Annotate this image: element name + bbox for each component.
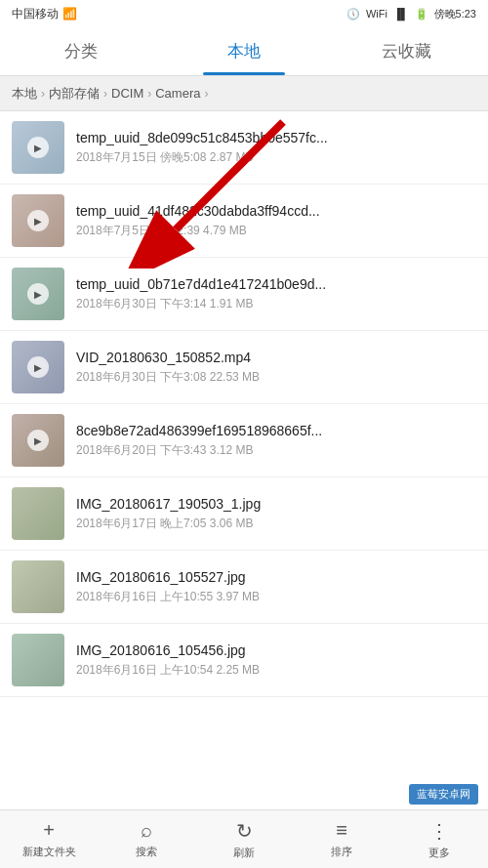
search-icon: ⌕ <box>141 819 152 842</box>
breadcrumb-sep-1: › <box>41 87 45 101</box>
file-info: VID_20180630_150852.mp42018年6月30日 下午3:08… <box>76 350 476 386</box>
file-name: VID_20180630_150852.mp4 <box>76 350 476 365</box>
refresh-label: 刷新 <box>233 846 255 860</box>
breadcrumb-dcim[interactable]: DCIM <box>111 86 143 101</box>
file-list: ▶temp_uuid_8de099c51c8453bb0e557fc...201… <box>0 111 488 809</box>
file-meta: 2018年6月16日 上午10:55 3.97 MB <box>76 589 476 605</box>
file-meta: 2018年6月20日 下午3:43 3.12 MB <box>76 442 476 459</box>
breadcrumb-sep-4: › <box>204 87 208 101</box>
file-name: IMG_20180617_190503_1.jpg <box>76 496 476 512</box>
toolbar-btn-more[interactable]: ⋮更多 <box>390 819 488 860</box>
breadcrumb-internal[interactable]: 内部存储 <box>49 85 100 103</box>
file-meta: 2018年7月5日 下午2:39 4.79 MB <box>76 223 476 239</box>
file-name: temp_uuid_8de099c51c8453bb0e557fc... <box>76 130 476 145</box>
file-name: 8ce9b8e72ad486399ef169518968665f... <box>76 423 476 438</box>
file-thumbnail: ▶ <box>12 194 64 247</box>
breadcrumb-local[interactable]: 本地 <box>12 85 37 103</box>
file-item[interactable]: ▶8ce9b8e72ad486399ef169518968665f...2018… <box>0 404 488 477</box>
file-info: 8ce9b8e72ad486399ef169518968665f...2018年… <box>76 423 476 459</box>
file-meta: 2018年6月30日 下午3:08 22.53 MB <box>76 369 476 386</box>
file-item[interactable]: ▶VID_20180630_150852.mp42018年6月30日 下午3:0… <box>0 331 488 404</box>
status-bar: 中国移动 📶 🕔 WiFi ▐▌ 🔋 傍晚5:23 <box>0 0 488 27</box>
tab-local[interactable]: 本地 <box>163 27 326 75</box>
watermark: 蓝莓安卓网 <box>409 784 478 805</box>
play-icon: ▶ <box>27 137 49 158</box>
status-bar-right: 🕔 WiFi ▐▌ 🔋 傍晚5:23 <box>346 7 476 21</box>
file-name: temp_uuid_0b71e7d4d1e417241b0e9d... <box>76 276 476 292</box>
file-info: temp_uuid_41df482c30dabda3ff94ccd...2018… <box>76 203 476 239</box>
toolbar-btn-refresh[interactable]: ↻刷新 <box>195 819 293 860</box>
battery-icon: 🔋 <box>415 8 428 21</box>
file-item[interactable]: ▶temp_uuid_41df482c30dabda3ff94ccd...201… <box>0 185 488 258</box>
play-icon: ▶ <box>27 210 49 231</box>
breadcrumb-sep-2: › <box>103 87 107 101</box>
file-item[interactable]: ▶temp_uuid_0b71e7d4d1e417241b0e9d...2018… <box>0 258 488 331</box>
file-name: IMG_20180616_105527.jpg <box>76 569 476 585</box>
file-info: IMG_20180616_105456.jpg2018年6月16日 上午10:5… <box>76 642 476 679</box>
file-info: IMG_20180617_190503_1.jpg2018年6月17日 晚上7:… <box>76 496 476 532</box>
file-item[interactable]: IMG_20180616_105527.jpg2018年6月16日 上午10:5… <box>0 551 488 624</box>
file-thumbnail <box>12 634 64 686</box>
file-info: temp_uuid_0b71e7d4d1e417241b0e9d...2018年… <box>76 276 476 312</box>
more-label: 更多 <box>428 846 450 860</box>
file-meta: 2018年6月16日 上午10:54 2.25 MB <box>76 662 476 679</box>
file-item[interactable]: IMG_20180616_105456.jpg2018年6月16日 上午10:5… <box>0 624 488 697</box>
play-icon: ▶ <box>27 283 49 305</box>
tab-category[interactable]: 分类 <box>0 27 163 75</box>
toolbar-btn-new-folder[interactable]: +新建文件夹 <box>0 819 98 859</box>
file-thumbnail: ▶ <box>12 341 64 393</box>
breadcrumb-camera[interactable]: Camera <box>155 86 200 101</box>
file-item[interactable]: ▶temp_uuid_8de099c51c8453bb0e557fc...201… <box>0 111 488 185</box>
signal-icon: ▐▌ <box>393 8 409 20</box>
bottom-toolbar: +新建文件夹⌕搜索↻刷新≡排序⋮更多 <box>0 809 488 868</box>
status-bar-left: 中国移动 📶 <box>12 6 77 22</box>
file-meta: 2018年7月15日 傍晚5:08 2.87 MB <box>76 149 476 166</box>
file-thumbnail <box>12 487 64 540</box>
new-folder-icon: + <box>43 819 55 842</box>
file-item[interactable]: IMG_20180617_190503_1.jpg2018年6月17日 晚上7:… <box>0 477 488 551</box>
play-icon: ▶ <box>27 356 49 378</box>
clock-icon: 🕔 <box>346 8 360 21</box>
sort-label: 排序 <box>331 845 352 859</box>
time-text: 傍晚5:23 <box>434 7 476 21</box>
sort-icon: ≡ <box>336 819 347 842</box>
play-icon: ▶ <box>27 430 49 451</box>
refresh-icon: ↻ <box>236 819 253 843</box>
new-folder-label: 新建文件夹 <box>22 845 76 859</box>
file-meta: 2018年6月17日 晚上7:05 3.06 MB <box>76 516 476 532</box>
file-meta: 2018年6月30日 下午3:14 1.91 MB <box>76 296 476 312</box>
tab-bar: 分类 本地 云收藏 <box>0 27 488 76</box>
toolbar-btn-sort[interactable]: ≡排序 <box>293 819 390 859</box>
file-info: IMG_20180616_105527.jpg2018年6月16日 上午10:5… <box>76 569 476 605</box>
wifi-icon: WiFi <box>366 8 387 20</box>
toolbar-btn-search[interactable]: ⌕搜索 <box>98 819 195 859</box>
breadcrumb-sep-3: › <box>147 87 151 101</box>
file-name: temp_uuid_41df482c30dabda3ff94ccd... <box>76 203 476 219</box>
file-thumbnail: ▶ <box>12 121 64 174</box>
tab-cloud[interactable]: 云收藏 <box>325 27 488 75</box>
file-name: IMG_20180616_105456.jpg <box>76 642 476 658</box>
more-icon: ⋮ <box>429 819 449 843</box>
file-info: temp_uuid_8de099c51c8453bb0e557fc...2018… <box>76 130 476 166</box>
search-label: 搜索 <box>136 845 157 859</box>
breadcrumb: 本地 › 内部存储 › DCIM › Camera › <box>0 76 488 111</box>
file-thumbnail <box>12 560 64 613</box>
file-thumbnail: ▶ <box>12 268 64 320</box>
carrier-text: 中国移动 <box>12 6 59 22</box>
carrier-icon: 📶 <box>62 7 77 21</box>
file-thumbnail: ▶ <box>12 414 64 467</box>
